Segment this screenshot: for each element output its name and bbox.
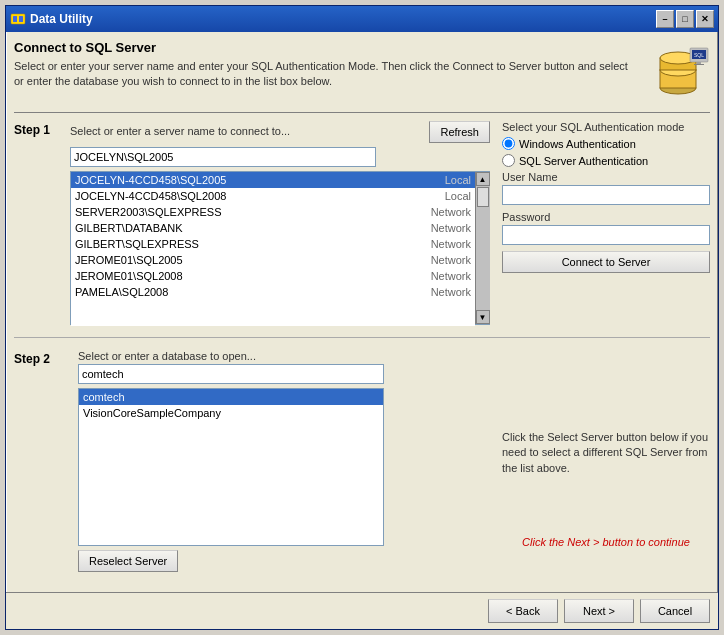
window-title: Data Utility	[30, 12, 656, 26]
scrollbar[interactable]: ▲ ▼	[475, 172, 489, 324]
header-desc: Select or enter your server name and ent…	[14, 59, 638, 90]
helper-text: Click the Select Server button below if …	[502, 430, 710, 476]
connect-button[interactable]: Connect to Server	[502, 251, 710, 273]
step2-left: Select or enter a database to open... co…	[78, 350, 482, 572]
scroll-up-arrow[interactable]: ▲	[476, 172, 490, 186]
list-item[interactable]: JOCELYN-4CCD458\SQL2008Local	[71, 188, 475, 204]
reselect-row: Reselect Server	[78, 550, 482, 572]
step1-label: Step 1	[14, 121, 70, 137]
divider	[14, 337, 710, 338]
list-item[interactable]: GILBERT\SQLEXPRESSNetwork	[71, 236, 475, 252]
app-icon	[10, 11, 26, 27]
server-listbox-container: JOCELYN-4CCD458\SQL2005LocalJOCELYN-4CCD…	[70, 171, 490, 325]
list-item[interactable]: VisionCoreSampleCompany	[79, 405, 383, 421]
username-label: User Name	[502, 171, 710, 183]
password-group: Password	[502, 211, 710, 245]
list-item[interactable]: SERVER2003\SQLEXPRESSNetwork	[71, 204, 475, 220]
server-label-row: Select or enter a server name to connect…	[70, 121, 490, 143]
cancel-button[interactable]: Cancel	[640, 599, 710, 623]
list-item[interactable]: JEROME01\SQL2005Network	[71, 252, 475, 268]
svg-rect-12	[694, 64, 704, 65]
username-group: User Name	[502, 171, 710, 205]
window-body: Connect to SQL Server Select or enter yo…	[6, 32, 718, 592]
close-button[interactable]: ✕	[696, 10, 714, 28]
next-button[interactable]: Next >	[564, 599, 634, 623]
refresh-button[interactable]: Refresh	[429, 121, 490, 143]
list-item[interactable]: GILBERT\DATABANKNetwork	[71, 220, 475, 236]
username-input[interactable]	[502, 185, 710, 205]
db-listbox[interactable]: comtechVisionCoreSampleCompany	[78, 388, 384, 546]
window-controls: – □ ✕	[656, 10, 714, 28]
auth-label: Select your SQL Authentication mode	[502, 121, 710, 133]
server-field-label: Select or enter a server name to connect…	[70, 125, 425, 137]
click-next-text: Click the Next > button to continue	[502, 536, 710, 548]
reselect-server-button[interactable]: Reselect Server	[78, 550, 178, 572]
step2-right: Click the Select Server button below if …	[490, 350, 710, 548]
header-icon: SQL	[646, 40, 710, 104]
svg-rect-2	[19, 16, 23, 22]
db-field-label: Select or enter a database to open...	[78, 350, 482, 362]
header-text: Connect to SQL Server Select or enter yo…	[14, 40, 638, 90]
connect-btn-row: Connect to Server	[502, 251, 710, 273]
svg-rect-1	[13, 16, 17, 22]
list-item[interactable]: comtech	[79, 389, 383, 405]
scroll-down-arrow[interactable]: ▼	[476, 310, 490, 324]
server-input[interactable]	[70, 147, 376, 167]
db-input[interactable]	[78, 364, 384, 384]
content-area: Step 1 Select or enter a server name to …	[14, 121, 710, 584]
list-item[interactable]: JEROME01\SQL2008Network	[71, 268, 475, 284]
sql-auth-radio[interactable]: SQL Server Authentication	[502, 154, 710, 167]
svg-text:SQL: SQL	[694, 52, 704, 58]
step2-area: Step 2 Select or enter a database to ope…	[14, 350, 710, 572]
back-button[interactable]: < Back	[488, 599, 558, 623]
windows-auth-radio[interactable]: Windows Authentication	[502, 137, 710, 150]
header-area: Connect to SQL Server Select or enter yo…	[14, 40, 710, 113]
password-label: Password	[502, 211, 710, 223]
list-item[interactable]: JOCELYN-4CCD458\SQL2005Local	[71, 172, 475, 188]
step1-row: Step 1 Select or enter a server name to …	[14, 121, 710, 325]
auth-radio-group: Windows AuthenticationSQL Server Authent…	[502, 137, 710, 167]
step2-label: Step 2	[14, 350, 70, 366]
password-input[interactable]	[502, 225, 710, 245]
main-window: Data Utility – □ ✕ Connect to SQL Server…	[5, 5, 719, 630]
svg-rect-11	[697, 62, 701, 64]
footer: < Back Next > Cancel	[6, 592, 718, 629]
list-item[interactable]: PAMELA\SQL2008Network	[71, 284, 475, 300]
title-bar: Data Utility – □ ✕	[6, 6, 718, 32]
minimize-button[interactable]: –	[656, 10, 674, 28]
server-listbox[interactable]: JOCELYN-4CCD458\SQL2005LocalJOCELYN-4CCD…	[71, 172, 475, 326]
step1-left: Select or enter a server name to connect…	[70, 121, 490, 325]
scroll-thumb[interactable]	[477, 187, 489, 207]
header-title: Connect to SQL Server	[14, 40, 638, 55]
step1-right: Select your SQL Authentication mode Wind…	[490, 121, 710, 273]
maximize-button[interactable]: □	[676, 10, 694, 28]
